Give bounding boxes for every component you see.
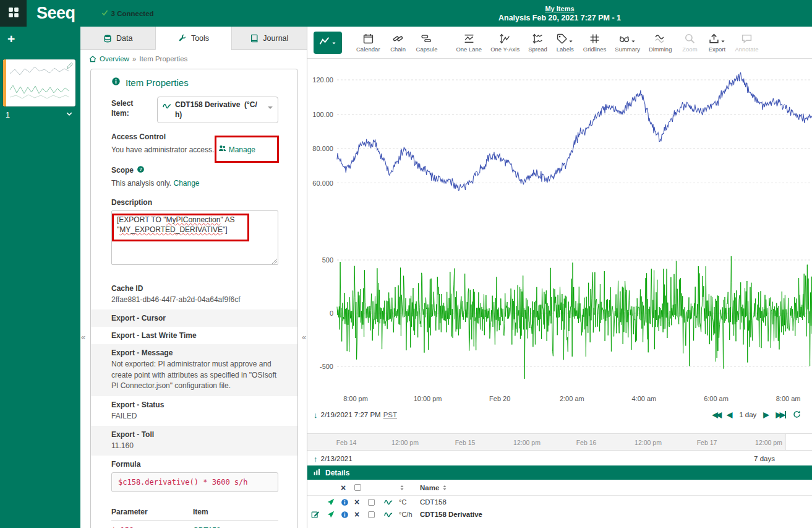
investigate-start[interactable]: 2/13/2021: [321, 455, 353, 462]
worksheet-thumbnail[interactable]: [3, 59, 75, 106]
send-to-asset-icon[interactable]: [327, 511, 341, 518]
investigate-timeline[interactable]: Feb 1412:00 pmFeb 1512:00 pmFeb 1612:00 …: [307, 433, 812, 451]
help-icon[interactable]: ?: [137, 165, 145, 175]
toolbar-one-y-axis-button[interactable]: One Y-Axis: [486, 28, 524, 57]
refresh-icon[interactable]: [793, 410, 801, 420]
property-row: Export - StatusFAILED: [91, 396, 297, 426]
remove-item-icon[interactable]: ×: [354, 510, 368, 519]
property-row: Export - Last Write Time: [91, 327, 297, 344]
export-icon: [709, 33, 725, 44]
remove-item-icon[interactable]: ×: [354, 498, 368, 506]
item-info-icon[interactable]: [341, 498, 354, 506]
worksheet-number: 1: [6, 111, 10, 119]
step-back-full-button[interactable]: ◀◀: [712, 411, 719, 418]
toolbar-label: Chain: [390, 46, 406, 53]
edit-item-icon[interactable]: [311, 510, 327, 519]
server-status[interactable]: 3 Connected: [101, 9, 154, 17]
timeline-tick-label: Feb 14: [336, 439, 357, 446]
name-column-header[interactable]: Name: [420, 484, 812, 491]
display-range-start[interactable]: 2/19/2021 7:27 PM: [321, 411, 381, 418]
item-name[interactable]: CDT158 Derivative: [420, 511, 812, 518]
parameter-row: $c158CDT158: [111, 521, 278, 528]
formula-row: Formula $c158.derivative() * 3600 s/h: [91, 456, 297, 496]
display-range-row: ↓ 2/19/2021 7:27 PM PST ◀◀ ◀ 1 day ▶ ▶▶: [307, 407, 812, 423]
thumbnail-sketch: [9, 61, 73, 105]
panel-heading: Item Properties: [126, 77, 189, 88]
row-checkbox[interactable]: [368, 499, 384, 506]
toolbar-dimming-button[interactable]: Dimming: [644, 28, 676, 57]
parameter-name: $c158: [111, 521, 193, 528]
collapse-panel-right-handle[interactable]: «: [302, 332, 306, 342]
details-row[interactable]: ×°CCDT158: [307, 496, 812, 508]
step-to-end-button[interactable]: ▶▶: [776, 411, 786, 418]
toolbar-export-button[interactable]: Export: [703, 28, 730, 57]
trend-chart[interactable]: 120.00100.0080.00060.0005000-5008:00 pm1…: [307, 59, 812, 404]
description-label: Description: [111, 198, 278, 207]
item-select-dropdown[interactable]: CDT158 Derivative (°C/h): [157, 97, 278, 123]
collapse-panel-left-handle[interactable]: «: [81, 332, 85, 342]
sort-icon[interactable]: [442, 485, 448, 491]
app-menu-button[interactable]: [0, 0, 27, 27]
toolbar-capsule-button[interactable]: Capsule: [412, 28, 442, 57]
tab-tools[interactable]: Tools: [155, 27, 231, 50]
trend-icon: [319, 36, 330, 49]
details-panel-header[interactable]: Details: [307, 465, 812, 480]
toolbar-chain-button[interactable]: Chain: [385, 28, 412, 57]
toolbar-labels-button[interactable]: Labels: [552, 28, 579, 57]
item-info-icon[interactable]: [341, 511, 354, 519]
worksheet-view-button[interactable]: [314, 32, 342, 54]
investigate-duration[interactable]: 7 days: [754, 455, 775, 462]
display-range-selection[interactable]: [785, 434, 812, 450]
chain-icon: [393, 33, 403, 44]
property-label: Cache ID: [111, 284, 278, 293]
select-all-checkbox[interactable]: [354, 484, 368, 491]
timeline-tick-label: 12:00 pm: [635, 439, 662, 446]
manage-access-link[interactable]: Manage: [218, 144, 255, 155]
details-icon: [313, 468, 321, 478]
toolbar-one-lane-button[interactable]: One Lane: [451, 28, 486, 57]
property-label: Export - Status: [111, 400, 278, 409]
parameters-table: Parameter Item $c158CDT158: [111, 505, 278, 528]
tab-data[interactable]: Data: [80, 27, 155, 50]
toolbar-calendar-button[interactable]: Calendar: [352, 28, 385, 57]
book-icon: [250, 34, 259, 43]
toolbar-spread-button[interactable]: Spread: [524, 28, 552, 57]
signal-icon: [384, 510, 399, 519]
row-checkbox[interactable]: [368, 511, 384, 518]
add-worksheet-button[interactable]: +: [7, 32, 21, 46]
tools-panel: Data Tools Journal Overview » Item Prope…: [80, 27, 307, 528]
trend-view: CalendarChainCapsuleOne LaneOne Y-AxisSp…: [307, 27, 812, 528]
scope-label: Scope ?: [111, 165, 278, 175]
timeline-tick-label: 12:00 pm: [513, 439, 541, 446]
toolbar-gridlines-button[interactable]: Gridlines: [579, 28, 611, 57]
breadcrumb-current: Item Properties: [139, 55, 187, 63]
users-icon: [218, 144, 226, 155]
scope-change-link[interactable]: Change: [174, 178, 200, 189]
svg-text:-500: -500: [320, 363, 333, 370]
timezone-link[interactable]: PST: [383, 411, 397, 418]
remove-all-button[interactable]: ×: [341, 483, 354, 492]
item-name[interactable]: CDT158: [420, 498, 812, 506]
duration-label[interactable]: 1 day: [739, 411, 756, 418]
uom-label: °C: [399, 498, 420, 506]
formula-label: Formula: [111, 460, 278, 469]
worksheet-sidebar: + 1: [0, 27, 80, 528]
step-forward-button[interactable]: ▶: [763, 411, 769, 418]
description-textarea[interactable]: [EXPORT TO "MyPIConnection" AS "MY_EXPOR…: [111, 210, 278, 265]
toolbar-summary-button[interactable]: Summary: [610, 28, 644, 57]
tab-journal[interactable]: Journal: [231, 27, 307, 50]
formula-code[interactable]: $c158.derivative() * 3600 s/h: [111, 472, 278, 492]
chevron-down-icon[interactable]: [66, 110, 73, 119]
send-to-asset-icon[interactable]: [327, 498, 341, 506]
details-row[interactable]: ×°C/hCDT158 Derivative: [307, 508, 812, 521]
step-back-button[interactable]: ◀: [727, 411, 732, 418]
breadcrumb-overview-link[interactable]: Overview: [100, 55, 129, 63]
edit-worksheet-icon[interactable]: [66, 61, 74, 72]
details-table: × Name ×°CCDT158×°C/hCDT158 Derivative: [307, 480, 812, 528]
sort-icon[interactable]: [399, 485, 405, 491]
my-items-link[interactable]: My Items: [545, 5, 574, 12]
home-icon[interactable]: [89, 55, 96, 63]
parameter-item-link[interactable]: CDT158: [193, 521, 278, 528]
connected-label: 3 Connected: [111, 10, 154, 17]
item-column-header: Item: [193, 505, 278, 521]
